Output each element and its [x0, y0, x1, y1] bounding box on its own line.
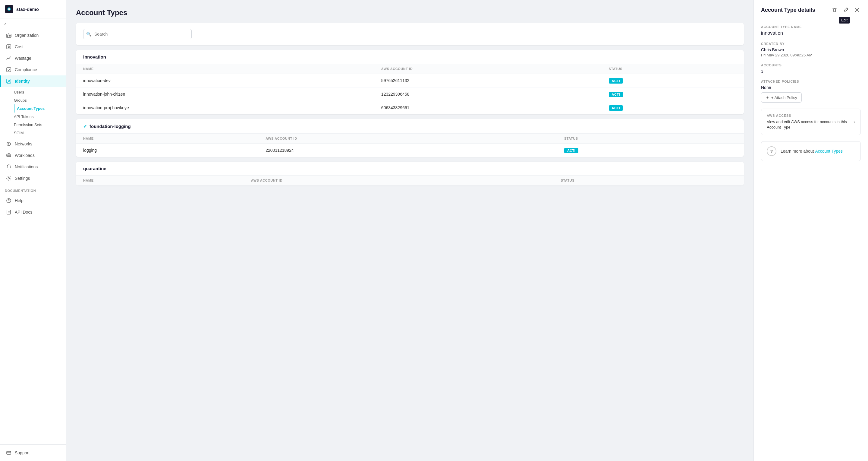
sidebar-item-wastage[interactable]: Wastage	[0, 53, 66, 64]
detail-panel-title: Account Type details	[761, 7, 815, 13]
svg-rect-10	[7, 154, 11, 156]
close-button[interactable]	[854, 6, 861, 13]
attached-policies-label: ATTACHED POLICIES	[761, 80, 861, 83]
accounts-label: ACCOUNTS	[761, 63, 861, 67]
sidebar-label-wastage: Wastage	[15, 56, 31, 61]
group-header-quarantine: quarantine	[76, 162, 744, 176]
sidebar-item-workloads[interactable]: Workloads	[0, 150, 66, 161]
table-row[interactable]: logging 220011218924 ACTI	[76, 144, 744, 157]
sidebar-label-cost: Cost	[15, 45, 24, 49]
cost-icon	[6, 44, 12, 50]
check-icon: ✔	[83, 123, 87, 129]
main-nav: Organization Cost Wastage Compliance	[0, 28, 66, 88]
attach-policy-button[interactable]: ＋ + Attach Policy	[761, 92, 802, 103]
innovation-table-wrapper: NAME AWS ACCOUNT ID STATUS innovation-de…	[76, 64, 744, 114]
support-icon	[6, 450, 12, 456]
search-input[interactable]	[83, 29, 192, 39]
sidebar-item-account-types[interactable]: Account Types	[14, 105, 66, 113]
aws-access-content: AWS ACCESS View and edit AWS access for …	[767, 114, 854, 130]
sidebar-item-help[interactable]: Help	[0, 195, 66, 206]
status-badge: ACTI	[564, 148, 578, 153]
svg-rect-5	[7, 67, 11, 72]
sidebar-item-organization[interactable]: Organization	[0, 30, 66, 41]
detail-header: Account Type details Edit	[754, 0, 868, 19]
edit-button[interactable]	[842, 6, 850, 14]
api-docs-icon	[6, 209, 12, 215]
detail-actions: Edit	[831, 6, 861, 14]
field-created-by: CREATED BY Chris Brown Fri May 29 2020 0…	[761, 42, 861, 57]
quarantine-table-header: NAME AWS ACCOUNT ID STATUS	[76, 176, 744, 185]
main-area: Account Types 🔍 innovation NAME	[66, 0, 868, 461]
attach-policy-plus-icon: ＋	[766, 95, 770, 100]
sidebar-item-compliance[interactable]: Compliance	[0, 64, 66, 76]
sidebar-label-compliance: Compliance	[15, 67, 37, 72]
svg-point-9	[8, 143, 9, 145]
learn-more-prefix: Learn more about	[781, 149, 814, 153]
aws-access-label: AWS ACCESS	[767, 114, 854, 117]
sidebar-label-api-docs: API Docs	[15, 210, 32, 214]
sidebar-item-cost[interactable]: Cost	[0, 41, 66, 53]
sidebar-item-networks[interactable]: Networks	[0, 138, 66, 150]
accounts-value: 3	[761, 69, 861, 74]
edit-tooltip-label: Edit	[839, 17, 850, 24]
detail-panel: Account Type details Edit	[753, 0, 868, 461]
group-title-innovation: innovation	[83, 54, 106, 59]
sidebar-item-scim[interactable]: SCIM	[14, 129, 66, 137]
svg-point-13	[8, 202, 9, 202]
app-logo	[5, 5, 13, 13]
group-title-quarantine: quarantine	[83, 166, 106, 171]
aws-access-desc: View and edit AWS access for accounts in…	[767, 119, 854, 130]
sidebar-item-identity[interactable]: Identity	[0, 76, 66, 87]
delete-button[interactable]	[831, 6, 838, 14]
sidebar-item-permission-sets[interactable]: Permission Sets	[14, 121, 66, 129]
detail-body: ACCOUNT TYPE NAME innovation CREATED BY …	[754, 19, 868, 461]
sidebar-header: stax-demo	[0, 0, 66, 19]
row-name: innovation-dev	[76, 74, 374, 87]
foundation-table: NAME AWS ACCOUNT ID STATUS logging 22001…	[76, 134, 744, 157]
field-attached-policies: ATTACHED POLICIES None ＋ + Attach Policy	[761, 80, 861, 103]
table-row[interactable]: innovation-dev 597652611132 ACTI	[76, 74, 744, 87]
wastage-icon	[6, 55, 12, 61]
field-account-type-name: ACCOUNT TYPE NAME innovation	[761, 25, 861, 36]
attach-policy-label: + Attach Policy	[771, 95, 797, 100]
row-aws-id: 123229306458	[374, 87, 601, 101]
svg-point-7	[8, 80, 10, 82]
created-by-name: Chris Brown	[761, 47, 861, 52]
group-title-foundation: foundation-logging	[90, 124, 131, 129]
sidebar-item-settings[interactable]: Settings	[0, 173, 66, 184]
table-row[interactable]: innovation-proj-hawkeye 606343829661 ACT…	[76, 101, 744, 115]
svg-point-3	[9, 35, 10, 36]
col-status: STATUS	[554, 176, 744, 185]
aws-access-card[interactable]: AWS ACCESS View and edit AWS access for …	[761, 109, 861, 135]
sidebar-item-users[interactable]: Users	[14, 88, 66, 96]
col-name: NAME	[76, 64, 374, 74]
sidebar-label-organization: Organization	[15, 33, 38, 38]
sidebar-item-support[interactable]: Support	[0, 447, 66, 459]
sidebar-item-notifications[interactable]: Notifications	[0, 161, 66, 173]
app-brand: stax-demo	[16, 7, 39, 12]
sidebar-label-settings: Settings	[15, 176, 30, 181]
col-status: STATUS	[601, 64, 744, 74]
search-wrapper: 🔍	[83, 29, 192, 39]
identity-icon	[6, 78, 12, 84]
account-type-group-innovation: innovation NAME AWS ACCOUNT ID STATUS	[76, 50, 744, 114]
chevron-right-icon: ›	[854, 119, 855, 124]
sidebar-item-groups[interactable]: Groups	[14, 96, 66, 105]
collapse-button[interactable]: ‹	[4, 21, 6, 27]
foundation-table-wrapper: NAME AWS ACCOUNT ID STATUS logging 22001…	[76, 134, 744, 157]
learn-more-link[interactable]: Account Types	[815, 149, 843, 153]
sidebar-item-api-tokens[interactable]: API Tokens	[14, 113, 66, 121]
account-type-group-foundation-logging: ✔ foundation-logging NAME AWS ACCOUNT ID…	[76, 119, 744, 157]
field-accounts: ACCOUNTS 3	[761, 63, 861, 74]
account-type-name-value: innovation	[761, 30, 861, 36]
row-status: ACTI	[601, 74, 744, 87]
row-name: logging	[76, 144, 258, 157]
sidebar-item-api-docs[interactable]: API Docs	[0, 206, 66, 218]
help-circle-icon: ?	[767, 146, 776, 156]
row-aws-id: 606343829661	[374, 101, 601, 115]
sidebar-label-identity: Identity	[15, 79, 30, 84]
notifications-icon	[6, 164, 12, 170]
table-row[interactable]: innovation-john-citizen 123229306458 ACT…	[76, 87, 744, 101]
settings-icon	[6, 175, 12, 181]
col-name: NAME	[76, 176, 244, 185]
